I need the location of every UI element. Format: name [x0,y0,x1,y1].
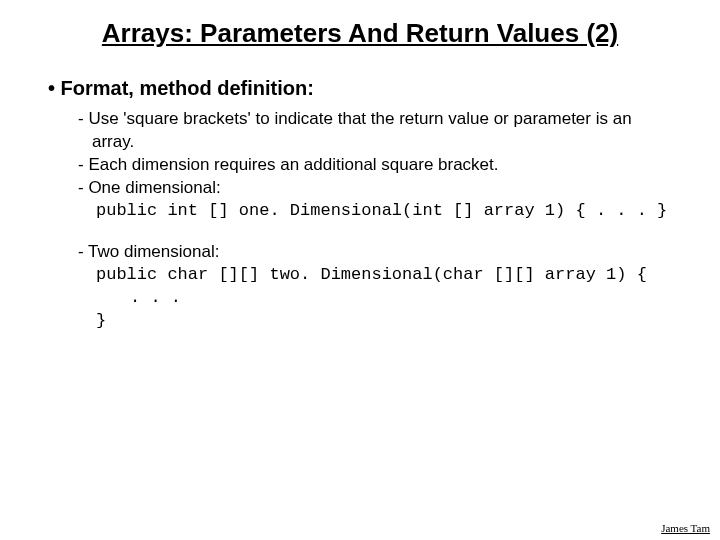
footer-author: James Tam [661,522,710,534]
dash-item-4: Two dimensional: [78,241,680,264]
spacer [40,223,680,241]
code-two-dimensional-line2: . . . [130,287,680,310]
dash-item-1: Use 'square brackets' to indicate that t… [78,108,680,131]
main-bullet: Format, method definition: [48,77,680,100]
slide-title: Arrays: Parameters And Return Values (2) [70,18,650,49]
dash-item-3: One dimensional: [78,177,680,200]
code-two-dimensional-line3: } [96,310,680,333]
dash-item-2: Each dimension requires an additional sq… [78,154,680,177]
dash-text-1: Use 'square brackets' to indicate that t… [88,109,631,128]
dash-item-1-cont: array. [92,131,680,154]
code-two-dimensional-line1: public char [][] two. Dimensional(char [… [96,264,680,287]
code-one-dimensional: public int [] one. Dimensional(int [] ar… [96,200,680,223]
slide-content: Arrays: Parameters And Return Values (2)… [0,0,720,332]
